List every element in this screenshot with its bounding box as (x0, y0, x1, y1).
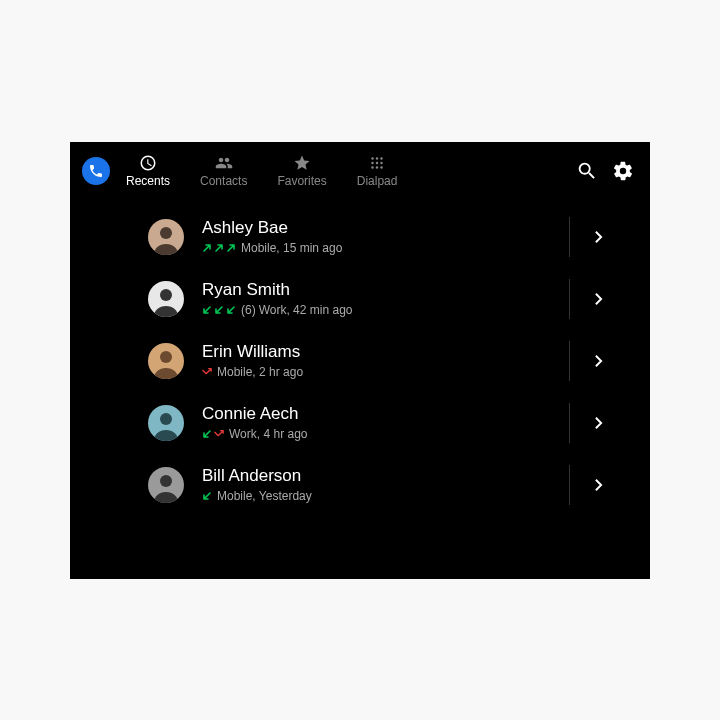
row-divider (569, 279, 570, 319)
missed-call-icon (202, 367, 212, 377)
call-row[interactable]: Erin WilliamsMobile, 2 hr ago (70, 330, 650, 392)
contact-name: Ashley Bae (202, 218, 559, 238)
row-divider (569, 217, 570, 257)
call-line-time: Mobile, Yesterday (217, 489, 312, 503)
call-count: (6) (241, 303, 256, 317)
contact-name: Ryan Smith (202, 280, 559, 300)
call-line-time: Mobile, 15 min ago (241, 241, 342, 255)
svg-point-7 (376, 166, 378, 168)
search-icon (576, 160, 598, 182)
call-info: Ashley BaeMobile, 15 min ago (202, 218, 559, 255)
dialpad-icon (368, 154, 386, 172)
gear-icon (612, 160, 634, 182)
tab-label: Contacts (200, 174, 247, 188)
chevron-right-icon (594, 230, 603, 244)
svg-point-8 (380, 166, 382, 168)
row-divider (569, 465, 570, 505)
tab-label: Dialpad (357, 174, 398, 188)
tab-dialpad[interactable]: Dialpad (357, 154, 398, 188)
avatar (148, 281, 184, 317)
chevron-right-icon (594, 354, 603, 368)
call-info: Connie AechWork, 4 hr ago (202, 404, 559, 441)
call-meta: Work, 4 hr ago (202, 427, 559, 441)
call-line-time: Mobile, 2 hr ago (217, 365, 303, 379)
call-direction-icons (202, 491, 212, 501)
clock-icon (139, 154, 157, 172)
call-meta: Mobile, Yesterday (202, 489, 559, 503)
tab-contacts[interactable]: Contacts (200, 154, 247, 188)
svg-point-5 (380, 161, 382, 163)
avatar (148, 343, 184, 379)
tab-label: Recents (126, 174, 170, 188)
call-row[interactable]: Connie AechWork, 4 hr ago (70, 392, 650, 454)
svg-point-14 (160, 351, 172, 363)
recent-calls-list: Ashley BaeMobile, 15 min agoRyan Smith(6… (70, 200, 650, 522)
call-row[interactable]: Bill AndersonMobile, Yesterday (70, 454, 650, 516)
tab-favorites[interactable]: Favorites (277, 154, 326, 188)
contact-name: Bill Anderson (202, 466, 559, 486)
call-info: Bill AndersonMobile, Yesterday (202, 466, 559, 503)
svg-point-10 (160, 227, 172, 239)
call-direction-icons (202, 367, 212, 377)
call-line-time: Work, 42 min ago (259, 303, 353, 317)
svg-point-3 (371, 161, 373, 163)
svg-point-0 (371, 157, 373, 159)
chevron-right-icon (594, 292, 603, 306)
call-row[interactable]: Ashley BaeMobile, 15 min ago (70, 206, 650, 268)
incoming-call-icon (202, 491, 212, 501)
missed-call-icon (214, 429, 224, 439)
incoming-call-icon (226, 305, 236, 315)
avatar (148, 467, 184, 503)
avatar (148, 405, 184, 441)
chevron-right-icon (594, 478, 603, 492)
phone-app-screen: Recents Contacts Favorites Dialpad Ashle… (70, 142, 650, 579)
details-button[interactable] (590, 229, 606, 245)
row-divider (569, 341, 570, 381)
call-direction-icons (202, 305, 236, 315)
phone-app-icon (82, 157, 110, 185)
svg-point-2 (380, 157, 382, 159)
details-button[interactable] (590, 477, 606, 493)
tab-label: Favorites (277, 174, 326, 188)
details-button[interactable] (590, 415, 606, 431)
call-meta: Mobile, 15 min ago (202, 241, 559, 255)
incoming-call-icon (214, 305, 224, 315)
call-direction-icons (202, 243, 236, 253)
incoming-call-icon (202, 429, 212, 439)
call-direction-icons (202, 429, 224, 439)
call-row[interactable]: Ryan Smith(6) Work, 42 min ago (70, 268, 650, 330)
row-divider (569, 403, 570, 443)
avatar (148, 219, 184, 255)
call-line-time: Work, 4 hr ago (229, 427, 307, 441)
svg-point-16 (160, 413, 172, 425)
svg-point-12 (160, 289, 172, 301)
contact-name: Connie Aech (202, 404, 559, 424)
svg-point-18 (160, 475, 172, 487)
details-button[interactable] (590, 291, 606, 307)
call-meta: Mobile, 2 hr ago (202, 365, 559, 379)
top-bar: Recents Contacts Favorites Dialpad (70, 142, 650, 200)
settings-button[interactable] (608, 156, 638, 186)
star-icon (293, 154, 311, 172)
search-button[interactable] (572, 156, 602, 186)
tab-recents[interactable]: Recents (126, 154, 170, 188)
call-info: Erin WilliamsMobile, 2 hr ago (202, 342, 559, 379)
contact-name: Erin Williams (202, 342, 559, 362)
incoming-call-icon (202, 305, 212, 315)
call-meta: (6) Work, 42 min ago (202, 303, 559, 317)
nav-tabs: Recents Contacts Favorites Dialpad (126, 154, 397, 188)
svg-point-6 (371, 166, 373, 168)
chevron-right-icon (594, 416, 603, 430)
details-button[interactable] (590, 353, 606, 369)
call-info: Ryan Smith(6) Work, 42 min ago (202, 280, 559, 317)
outgoing-call-icon (202, 243, 212, 253)
svg-point-4 (376, 161, 378, 163)
svg-point-1 (376, 157, 378, 159)
outgoing-call-icon (226, 243, 236, 253)
outgoing-call-icon (214, 243, 224, 253)
people-icon (215, 154, 233, 172)
